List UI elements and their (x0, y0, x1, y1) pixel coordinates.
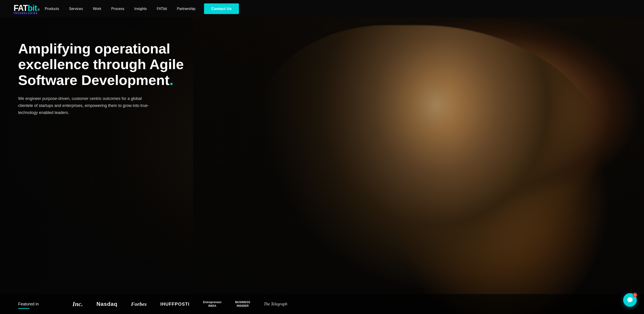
hero-description: We engineer purpose-driven, customer cen… (18, 95, 154, 116)
logo-fat: FAT (14, 4, 28, 13)
hero-section: Amplifying operational excellence throug… (0, 0, 644, 314)
nav-link-services[interactable]: Services (64, 7, 88, 11)
logo-huffpost: IHUFFPOSTI (160, 301, 190, 307)
nav-item-partnership[interactable]: Partnership (172, 7, 200, 11)
chat-bubble[interactable]: 1 (623, 293, 637, 307)
hero-content: Amplifying operational excellence throug… (0, 0, 204, 294)
nav-item-work[interactable]: Work (88, 7, 106, 11)
nav-link-process[interactable]: Process (106, 7, 129, 11)
logo-sub: TECHNOLOGIES (14, 12, 40, 14)
nav-link-insights[interactable]: Insights (129, 7, 152, 11)
hero-title: Amplifying operational excellence throug… (18, 41, 186, 88)
logo-telegraph: The Telegraph (264, 302, 287, 306)
logo-registered: ® (37, 8, 40, 12)
nav-item-process[interactable]: Process (106, 7, 129, 11)
nav-link-partnership[interactable]: Partnership (172, 7, 200, 11)
featured-logos: Inc. Nasdaq Forbes IHUFFPOSTI Entreprene… (64, 300, 626, 308)
nav-menu: Products Services Work Process Insights … (40, 7, 239, 11)
logo-bit: bit (28, 4, 37, 13)
logo-business-insider: BUSINESSINSIDER (235, 300, 250, 307)
nav-link-products[interactable]: Products (40, 7, 64, 11)
nav-link-work[interactable]: Work (88, 7, 106, 11)
logo-inc: Inc. (72, 300, 83, 308)
nav-cta-button[interactable]: Contact Us (204, 4, 239, 14)
logo-nasdaq: Nasdaq (96, 301, 118, 307)
title-dot: . (170, 72, 173, 88)
chat-icon (627, 297, 633, 303)
navbar: FAT bit ® TECHNOLOGIES Products Services… (0, 0, 644, 18)
nav-item-fatbit[interactable]: FATbit (152, 7, 172, 11)
nav-item-services[interactable]: Services (64, 7, 88, 11)
nav-item-products[interactable]: Products (40, 7, 64, 11)
featured-label: Featured in (18, 302, 64, 306)
logo-forbes: Forbes (131, 301, 147, 307)
nav-item-insights[interactable]: Insights (129, 7, 152, 11)
nav-item-contact[interactable]: Contact Us (200, 7, 239, 11)
chat-badge: 1 (633, 293, 637, 297)
featured-bar: Featured in Inc. Nasdaq Forbes IHUFFPOST… (0, 294, 644, 314)
nav-link-fatbit[interactable]: FATbit (152, 7, 172, 11)
logo-entrepreneur: EntrepreneurINDIA (203, 300, 222, 307)
logo[interactable]: FAT bit ® TECHNOLOGIES (14, 4, 40, 14)
